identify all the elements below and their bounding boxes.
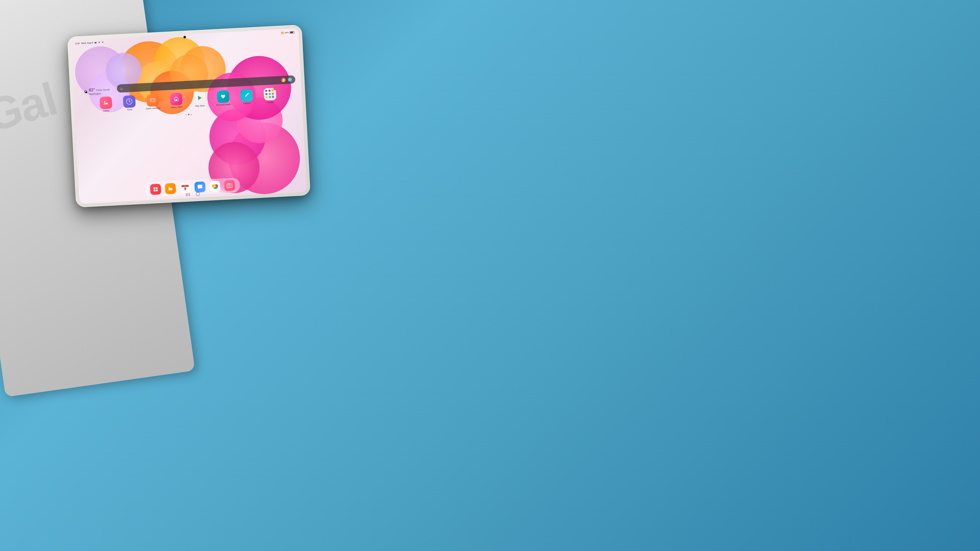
dock-multitasking[interactable] <box>150 184 161 195</box>
status-right: 📶 44% <box>281 31 294 34</box>
app-gallery[interactable]: Gallery <box>97 96 116 113</box>
status-icon-2: 🔊 <box>98 41 100 43</box>
tablet-device: 3:34 Wed, Aug 9 📷 🔊 📶 44% 🌤 82° Partly <box>67 24 310 207</box>
clock-icon <box>123 95 135 108</box>
penup-label: PENUP <box>243 102 251 105</box>
play-store-icon <box>193 91 206 104</box>
tablet-screen[interactable]: 3:34 Wed, Aug 9 📷 🔊 📶 44% 🌤 82° Partly <box>71 28 307 204</box>
svg-point-32 <box>228 185 231 187</box>
nav-home[interactable] <box>196 192 200 196</box>
app-samsung-health[interactable]: Samsung Health <box>213 90 233 106</box>
nav-menu <box>186 193 190 196</box>
google-folder-container: 1 <box>264 88 277 100</box>
gf-dot-4 <box>266 93 267 95</box>
dot-2-active <box>188 114 189 115</box>
voice-search-icon[interactable] <box>281 78 286 83</box>
samsung-health-icon <box>217 90 229 103</box>
wallpaper <box>71 28 307 204</box>
app-google-folder[interactable]: 1 Google <box>261 87 280 104</box>
dock-calendar[interactable]: 9 9 <box>180 182 191 193</box>
status-time: 3:34 <box>75 42 80 45</box>
svg-rect-25 <box>156 189 158 191</box>
gf-dot-2 <box>269 89 270 92</box>
play-store-label: Play Store <box>195 105 205 107</box>
game-launcher-icon <box>146 94 159 106</box>
weather-icon: 🌤 <box>84 90 88 94</box>
gf-dot-7 <box>266 96 267 98</box>
galaxy-store-icon <box>170 93 183 105</box>
dock-messages[interactable] <box>194 181 206 192</box>
app-game-launcher[interactable]: Game Launcher <box>143 94 162 110</box>
weather-temp-condition: 82° Partly Cloudy <box>89 87 110 92</box>
svg-marker-18 <box>200 97 202 99</box>
gf-dot-8 <box>269 96 271 98</box>
gallery-icon <box>100 97 112 109</box>
gf-dot-3 <box>272 89 274 91</box>
google-folder-badge: 1 <box>274 87 277 90</box>
battery-text: 44% <box>285 32 289 34</box>
status-dot <box>102 41 103 43</box>
gf-dot-5 <box>269 93 270 95</box>
nav-line-2 <box>187 193 188 196</box>
google-g-logo: G <box>120 86 123 91</box>
gf-dot-6 <box>272 93 274 95</box>
svg-point-12 <box>153 100 154 100</box>
clock-label: Clock <box>127 108 132 111</box>
svg-rect-24 <box>154 189 156 191</box>
nav-line-1 <box>186 193 187 196</box>
condition: Partly Cloudy <box>96 88 110 92</box>
weather-widget[interactable]: 🌤 82° Partly Cloudy Washington <box>84 87 110 96</box>
penup-icon <box>240 89 253 102</box>
dock-files[interactable] <box>165 183 176 194</box>
dot-1 <box>186 114 187 115</box>
svg-rect-9 <box>150 99 156 102</box>
battery-bar <box>290 31 294 33</box>
svg-rect-33 <box>228 183 229 184</box>
app-clock[interactable]: Clock <box>120 95 139 111</box>
box-text: Gal <box>0 72 62 142</box>
dock-screenshot[interactable] <box>224 180 235 191</box>
gallery-label: Gallery <box>103 110 110 112</box>
dot-3 <box>191 114 192 115</box>
status-date: Wed, Aug 9 <box>81 41 93 44</box>
app-play-store[interactable]: Play Store <box>190 91 209 108</box>
svg-rect-0 <box>283 78 284 80</box>
svg-point-13 <box>154 100 155 101</box>
app-galaxy-store[interactable]: Galaxy Store <box>167 93 186 109</box>
svg-rect-22 <box>153 187 155 189</box>
google-folder-label: Google <box>267 101 274 103</box>
svg-rect-23 <box>156 187 158 189</box>
nav-line-3 <box>189 193 190 196</box>
svg-point-3 <box>290 79 290 80</box>
status-left: 3:34 Wed, Aug 9 📷 🔊 <box>75 41 103 45</box>
svg-rect-15 <box>176 99 177 101</box>
dock-chrome[interactable] <box>209 181 220 192</box>
nav-bar <box>186 192 200 197</box>
wifi-icon: 📶 <box>281 32 283 34</box>
temperature: 82° <box>89 87 95 92</box>
gf-dot-9 <box>272 96 274 98</box>
gf-dot-1 <box>265 90 267 92</box>
google-lens-icon[interactable] <box>288 77 293 82</box>
search-icons <box>281 77 293 83</box>
svg-marker-20 <box>198 96 200 100</box>
weather-info: 82° Partly Cloudy Washington <box>89 87 110 95</box>
app-penup[interactable]: PENUP <box>237 89 256 105</box>
svg-point-14 <box>153 100 154 101</box>
svg-point-4 <box>104 101 105 103</box>
status-icon-1: 📷 <box>94 41 97 43</box>
svg-rect-31 <box>227 184 232 188</box>
